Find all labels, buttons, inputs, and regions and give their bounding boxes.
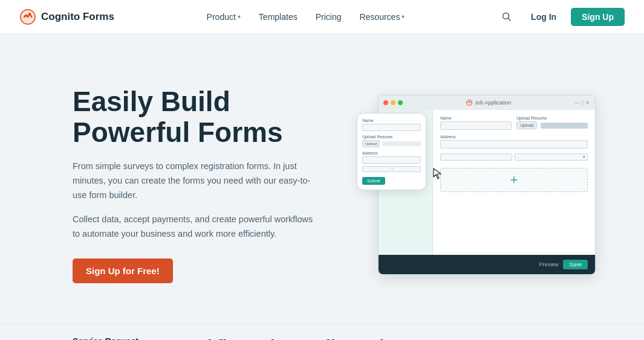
phone-mockup: Name Upload Resume Upload Address Submit [357, 113, 426, 190]
phone-address-field: Address [362, 151, 421, 172]
upload-bar-mini [541, 123, 588, 129]
form-upload-label: Upload Resume [516, 116, 588, 120]
titlebar-title: Job Application [466, 100, 512, 106]
dot-yellow [391, 100, 395, 105]
titlebar-controls: ─ □ ✕ [574, 100, 590, 106]
upload-resume-row: Upload [516, 121, 588, 129]
form-addr-sub-2: ▾ [515, 153, 588, 161]
right-panel: Name Upload Resume Upload [433, 110, 595, 255]
teaser-right: Workflows that really work. [175, 336, 596, 340]
phone-addr-half-1 [362, 166, 391, 172]
add-field-button[interactable]: + [440, 168, 588, 192]
hero-section: Easily Build Powerful Forms From simple … [0, 34, 644, 324]
form-address-row: Address [440, 135, 588, 149]
phone-name-field: Name [362, 118, 421, 131]
form-addr-sub-row: ▾ [440, 153, 588, 161]
nav-actions: Log In Sign Up [497, 7, 625, 27]
service-request-label: Service Request [73, 336, 138, 340]
navbar: Cognito Forms Product ▾ Templates Pricin… [0, 0, 644, 34]
save-button[interactable]: Save [563, 260, 588, 269]
form-name-input[interactable] [440, 121, 512, 130]
dot-green [398, 100, 403, 105]
dot-red [383, 100, 388, 105]
cognito-mini-icon [466, 100, 472, 106]
desktop-titlebar: Job Application ─ □ ✕ [379, 95, 595, 110]
search-button[interactable] [497, 7, 516, 27]
signup-button[interactable]: Sign Up [571, 8, 625, 26]
desktop-footer: Preview Save [379, 255, 595, 274]
hero-description-1: From simple surveys to complex registrat… [73, 159, 314, 203]
nav-resources[interactable]: Resources ▾ [352, 8, 412, 25]
phone-addr-select [392, 166, 421, 172]
workflows-title: Workflows that really work. [175, 336, 596, 340]
nav-templates[interactable]: Templates [252, 8, 305, 25]
nav-pricing[interactable]: Pricing [308, 8, 349, 25]
phone-upload-label: Upload Resume [362, 135, 421, 139]
logo-link[interactable]: Cognito Forms [19, 8, 114, 25]
phone-name-label: Name [362, 118, 421, 123]
brand-name: Cognito Forms [41, 11, 114, 23]
resources-chevron-icon: ▾ [402, 13, 405, 20]
hero-title: Easily Build Powerful Forms [73, 86, 314, 147]
cta-button[interactable]: Sign Up for Free! [73, 258, 173, 283]
nav-links: Product ▾ Templates Pricing Resources ▾ [200, 8, 412, 25]
form-address-label: Address [440, 135, 588, 139]
phone-address-label: Address [362, 151, 421, 155]
svg-line-3 [509, 18, 511, 21]
phone-addr-row [362, 166, 421, 172]
phone-upload-field: Upload Resume Upload [362, 135, 421, 147]
nav-product[interactable]: Product ▾ [200, 8, 248, 25]
hero-description-2: Collect data, accept payments, and creat… [73, 213, 314, 242]
maximize-icon: □ [581, 100, 584, 106]
phone-address-input [362, 156, 421, 164]
form-address-input[interactable] [440, 140, 588, 149]
phone-upload-row: Upload [362, 140, 421, 147]
phone-submit-btn[interactable]: Submit [362, 177, 385, 185]
upload-btn-mini[interactable]: Upload [516, 121, 537, 129]
form-addr-sub-1 [440, 153, 512, 161]
form-name-col: Name [440, 116, 512, 130]
form-address-col: Address [440, 135, 588, 149]
titlebar-dots [383, 100, 403, 105]
product-chevron-icon: ▾ [238, 13, 241, 20]
close-icon: ✕ [585, 100, 590, 106]
preview-button[interactable]: Preview [539, 261, 558, 268]
search-icon [502, 12, 512, 22]
teaser-left: Service Request [73, 336, 138, 340]
hero-illustration: Name Upload Resume Upload Address Submit [339, 95, 596, 275]
bottom-teaser: Service Request Workflows that really wo… [0, 324, 644, 340]
phone-upload-btn[interactable]: Upload [362, 140, 380, 147]
hero-text: Easily Build Powerful Forms From simple … [73, 86, 314, 283]
minimize-icon: ─ [574, 100, 578, 106]
login-button[interactable]: Log In [521, 8, 566, 25]
form-name-upload-row: Name Upload Resume Upload [440, 116, 588, 130]
phone-upload-bar [382, 141, 421, 146]
form-name-label: Name [440, 116, 512, 120]
form-upload-col: Upload Resume Upload [516, 116, 588, 130]
phone-name-input [362, 124, 421, 131]
logo-icon [19, 8, 36, 25]
